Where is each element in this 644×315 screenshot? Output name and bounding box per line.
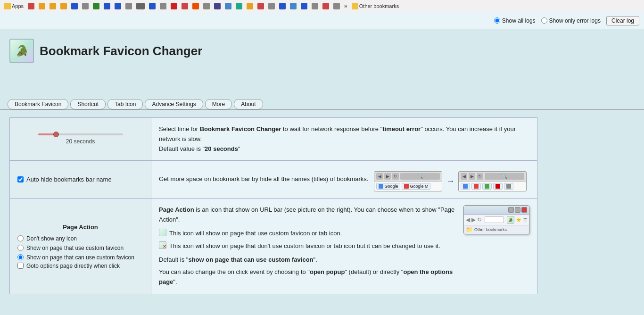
page-action-text-block: Page Action is an icon that show on URL … (159, 205, 456, 287)
timeout-control-cell: 20 seconds (10, 118, 151, 161)
bm-icon-19[interactable] (223, 2, 233, 10)
page-action-option-2[interactable]: Show on page that can use custom favicon (17, 254, 143, 261)
clear-log-button[interactable]: Clear log (606, 16, 639, 25)
bm-icon-12[interactable] (148, 2, 157, 10)
page-action-popup-pre: You can also change the on click event b… (159, 268, 310, 275)
bm-icon-14[interactable] (169, 2, 179, 10)
bookmarks-bar: Apps » Other bookmarks (0, 0, 644, 12)
bookmarks-bar-apps[interactable]: Apps (3, 2, 25, 10)
page-action-radio-1[interactable] (17, 245, 24, 251)
pa-close-btn (521, 207, 527, 213)
bm-icon-15[interactable] (180, 2, 190, 10)
bm-icon-4[interactable] (59, 2, 68, 10)
p-icon (485, 184, 489, 189)
bm-icon-26[interactable] (299, 2, 309, 10)
page-action-radio-2[interactable] (17, 254, 24, 260)
bk-chip-google: Google (376, 183, 400, 190)
app-title: Bookmark Favicon Changer (40, 44, 202, 58)
bm-icon-18[interactable] (213, 2, 222, 10)
show-all-logs-label[interactable]: Show all logs (494, 17, 536, 24)
timeout-desc-app: Bookmark Favicon Changer (200, 125, 281, 133)
tab-bookmark-favicon[interactable]: Bookmark Favicon (8, 99, 68, 109)
timeout-default-end: " (238, 145, 240, 152)
bm-icon-27[interactable] (310, 2, 320, 10)
browser-toolbar-after: ◀ ▶ ↻ 🔍 (459, 172, 526, 182)
browser-before: ◀ ▶ ↻ 🔍 Google (374, 171, 442, 191)
tab-tab-icon[interactable]: Tab Icon (107, 99, 143, 109)
bm-icon-29[interactable] (332, 2, 341, 10)
back-btn-before: ◀ (376, 173, 383, 180)
pa-bookmarks-bar: 📁 Other bookmarks (464, 225, 529, 234)
bm-icon-21[interactable] (245, 2, 255, 10)
show-error-logs-label[interactable]: Show only error logs (541, 17, 601, 24)
auto-hide-checkbox[interactable] (17, 176, 24, 182)
bm-icon-20[interactable] (234, 2, 244, 10)
bm-icon-17[interactable] (202, 2, 211, 10)
bm-icon-28[interactable] (321, 2, 330, 10)
bm-more-indicator[interactable]: » (343, 2, 349, 10)
timeout-desc-pre: Select time for (159, 125, 200, 133)
pa-titlebar (464, 206, 529, 215)
bm-icon-5[interactable] (70, 2, 79, 10)
bm-icon-22[interactable] (256, 2, 265, 10)
show-error-logs-radio[interactable] (541, 17, 547, 24)
bm-icon-24[interactable] (278, 2, 287, 10)
forward-btn-before: ▶ (384, 173, 391, 180)
pa-url-bar (485, 216, 504, 223)
timeout-slider-track[interactable] (38, 133, 123, 135)
bm-icon-3[interactable] (48, 2, 58, 10)
tab-more[interactable]: More (205, 99, 232, 109)
page-action-icon1-desc: This icon will show on page that use cus… (169, 229, 342, 239)
tab-shortcut[interactable]: Shortcut (70, 99, 106, 109)
bk-chip-googlem: Google M (402, 183, 430, 190)
bm-icon-23[interactable] (267, 2, 276, 10)
timeout-slider-thumb[interactable] (53, 132, 59, 137)
show-all-logs-radio[interactable] (494, 17, 500, 24)
bm-icon-1[interactable] (26, 2, 36, 10)
page-action-icon2-desc: This icon will show on page that don't u… (169, 241, 440, 251)
page-action-option-0-label: Don't show any icon (26, 235, 77, 242)
timeout-description: Select time for Bookmark Favicon Changer… (159, 124, 529, 154)
auto-hide-desc-cell: Get more space on bookmark bar by hide a… (151, 161, 537, 199)
page-action-desc-cell: Page Action is an icon that show on URL … (151, 199, 537, 294)
tab-about[interactable]: About (234, 99, 263, 109)
page-action-default-end: ". (314, 256, 317, 263)
page-action-option-1[interactable]: Show on page that use custom favicon (17, 245, 143, 251)
auto-hide-content: Get more space on bookmark bar by hide a… (159, 167, 529, 191)
page-action-option-0[interactable]: Don't show any icon (17, 235, 143, 242)
bm-icon-13[interactable] (158, 2, 168, 10)
bm-icon-6[interactable] (81, 2, 90, 10)
page-action-default-bold: show on page that can use custom favicon (188, 256, 313, 263)
log-filter-bar: Show all logs Show only error logs Clear… (0, 12, 644, 29)
bookmarks-bar-other[interactable]: Other bookmarks (350, 2, 400, 10)
page-action-radio-0[interactable] (17, 235, 24, 241)
page-action-radio-group: Don't show any icon Show on page that us… (17, 235, 143, 261)
bm-icon-10[interactable] (124, 2, 133, 10)
bm-icon-25[interactable] (289, 2, 298, 10)
browser-after: ◀ ▶ ↻ 🔍 (458, 171, 527, 191)
timeout-row: 20 seconds Select time for Bookmark Favi… (10, 118, 537, 161)
goto-options-checkbox[interactable] (17, 263, 24, 269)
pa-favicon-icon: 🐊 (507, 216, 514, 224)
bm-icon-16[interactable] (191, 2, 200, 10)
reload-btn-after: ↻ (477, 173, 483, 180)
tab-advance-settings[interactable]: Advance Settings (145, 99, 203, 109)
auto-hide-control-cell: Auto hide bookmarks bar name (10, 161, 151, 199)
pa-minimize-btn (508, 207, 514, 213)
bm-icon-2[interactable] (37, 2, 47, 10)
page-action-browser-mock: ◀ ▶ ↻ 🐊 ★ ≡ 📁 Other bookmarks (463, 205, 529, 234)
pa-reload-btn: ↻ (477, 216, 482, 223)
bm-icon-11[interactable] (135, 2, 146, 10)
google-label: Google (384, 184, 398, 189)
bm-icon-9[interactable] (113, 2, 123, 10)
timeout-slider-fill (38, 133, 55, 135)
auto-hide-description: Get more space on bookmark bar by hide a… (159, 174, 368, 184)
bm-icon-7[interactable] (91, 2, 101, 10)
page-action-popup-desc: You can also change the on click event b… (159, 267, 456, 287)
bm-icon-8[interactable] (102, 2, 112, 10)
pa-menu-icon: ≡ (523, 216, 527, 224)
timeout-value-label: 20 seconds (66, 138, 95, 145)
page-action-popup-mid: " (default) or directly " (345, 268, 403, 275)
auto-hide-label[interactable]: Auto hide bookmarks bar name (17, 176, 143, 183)
page-action-title: Page Action (17, 224, 143, 231)
